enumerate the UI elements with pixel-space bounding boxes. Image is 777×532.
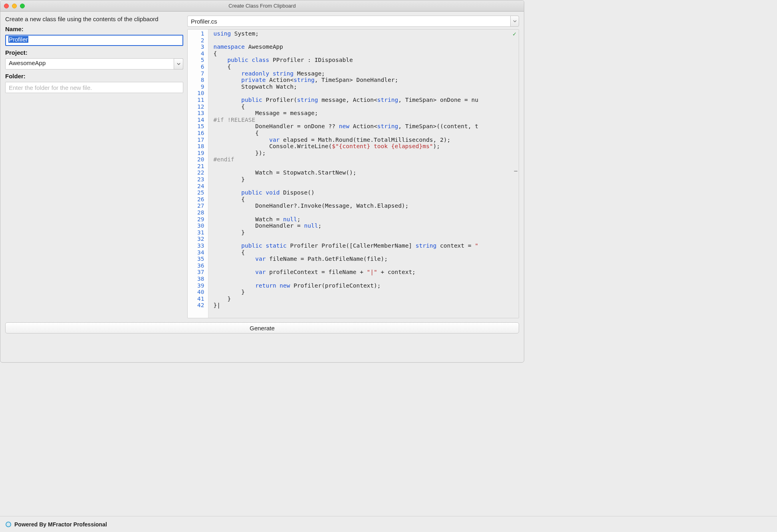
minimize-window-button[interactable] xyxy=(12,4,17,8)
folder-input[interactable] xyxy=(5,82,183,93)
checkmark-icon: ✓ xyxy=(513,31,516,38)
filename-input[interactable] xyxy=(187,16,510,27)
dialog-description: Create a new class file using the conten… xyxy=(5,16,183,22)
titlebar: Create Class From Clipboard xyxy=(0,0,524,12)
button-row: Generate xyxy=(0,321,524,333)
window-controls xyxy=(4,4,25,8)
name-label: Name: xyxy=(5,26,183,32)
project-select-value: AwesomeApp xyxy=(9,60,46,66)
project-label: Project: xyxy=(5,49,183,56)
form-panel: Create a new class file using the conten… xyxy=(5,16,183,318)
folder-label: Folder: xyxy=(5,73,183,79)
close-window-button[interactable] xyxy=(4,4,9,8)
maximize-window-button[interactable] xyxy=(20,4,25,8)
window-title: Create Class From Clipboard xyxy=(0,3,524,9)
line-number-gutter: 1 2 3 4 5 6 7 8 9 10 11 12 13 14 15 16 1… xyxy=(188,30,208,318)
editor-panel: 1 2 3 4 5 6 7 8 9 10 11 12 13 14 15 16 1… xyxy=(187,16,519,318)
project-select[interactable]: AwesomeApp xyxy=(5,58,183,69)
scrollbar-marker: – xyxy=(514,167,517,174)
filename-dropdown-button[interactable] xyxy=(510,16,519,27)
chevron-down-icon xyxy=(513,20,517,22)
name-input-value: Profiler xyxy=(8,36,28,43)
name-input[interactable]: Profiler xyxy=(5,35,183,46)
generate-button[interactable]: Generate xyxy=(5,322,519,333)
code-content[interactable]: using System; namespace AwesomeApp { pub… xyxy=(208,30,519,318)
code-editor[interactable]: 1 2 3 4 5 6 7 8 9 10 11 12 13 14 15 16 1… xyxy=(187,29,519,318)
